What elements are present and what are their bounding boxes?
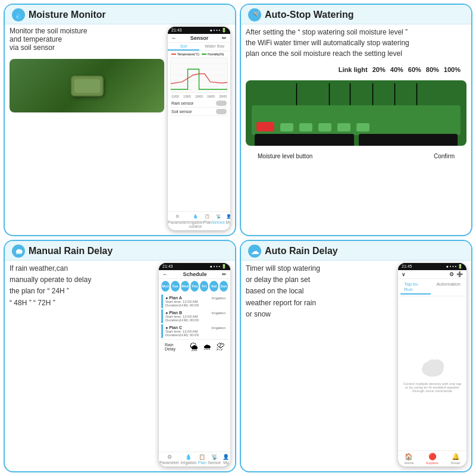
tab-taptorun[interactable]: Tap-to-Run <box>400 280 431 295</box>
manual-phone-frame: 21:43 ● ▪ ▪ ▪ 🔋 ← Schedule ✏ Mon Tue <box>159 263 230 466</box>
day-thu[interactable]: Thu <box>190 281 199 292</box>
moisture-desc: Monitor the soil moisture and temperatur… <box>10 27 164 52</box>
chart-legend: Temperature(°C) Humidity(%) <box>170 52 228 56</box>
autostop-icon: 🚿 <box>248 8 261 21</box>
pct-100: 100% <box>444 66 461 73</box>
manual-screen: ← Schedule ✏ Mon Tue Wed Thu Fri Sat <box>159 270 230 466</box>
bottom-param2[interactable]: ⚙ Parameter <box>159 454 179 465</box>
moisture-title: Moisture Monitor <box>29 10 106 20</box>
soil-device-image <box>10 59 164 112</box>
manual-rain-card: 🌧 Manual Rain Delay If rain weather,can … <box>4 240 236 472</box>
rain-sensor-toggle[interactable] <box>216 101 227 106</box>
auto-desc: Timer will stop watering or delay the pl… <box>246 263 394 466</box>
manual-icon: 🌧 <box>12 245 25 258</box>
pct-20: 20% <box>372 66 386 73</box>
manual-topbar: ← Schedule ✏ <box>159 270 230 279</box>
chart-labels: 11/03 13/03 16/03 19/03 20/03 <box>170 95 228 98</box>
moisture-phone: 21:43 ● ▪ ▪ ▪ 🔋 ← Sensor ✏ Soil Water fl… <box>168 27 230 230</box>
autostop-title: Auto-Stop Watering <box>265 10 354 20</box>
auto-icon: ☁ <box>248 245 261 258</box>
phone-topbar: ← Sensor ✏ <box>168 34 230 43</box>
pct-80: 80% <box>426 66 439 73</box>
main-grid: 💧 Moisture Monitor Monitor the soil mois… <box>0 0 476 476</box>
statusbar: 21:43 ● ▪ ▪ ▪ 🔋 <box>168 27 230 34</box>
bottom-sensor2[interactable]: 📡 Sensor <box>208 454 221 465</box>
moisture-header: 💧 Moisture Monitor <box>5 5 235 24</box>
auto-statusbar: 21:45 ● ▪ ▪ ▪ 🔋 <box>398 263 466 270</box>
bottom-my[interactable]: 👤 My <box>225 214 230 228</box>
day-tue[interactable]: Tue <box>171 281 179 292</box>
manual-desc: If rain weather,can manually operate to … <box>10 263 155 466</box>
moisture-level-btn-label: Moisture level button <box>258 153 312 159</box>
bottom-parameter[interactable]: ⚙ Parameter <box>168 214 187 228</box>
bottom-irr2[interactable]: 💧 Irrigation <box>180 454 196 465</box>
bottom-plan[interactable]: 📋 Plan <box>203 214 212 228</box>
moisture-left: Monitor the soil moisture and temperatur… <box>10 27 164 230</box>
soil-box <box>71 76 104 96</box>
auto-body: Timer will stop watering or delay the pl… <box>241 261 471 471</box>
autostop-desc: After setting the “ stop watering soil m… <box>246 27 466 59</box>
auto-tabs: Tap-to-Run Automation <box>398 279 466 296</box>
moisture-body: Monitor the soil moisture and temperatur… <box>5 24 235 235</box>
manual-body: If rain weather,can manually operate to … <box>5 261 235 471</box>
manual-phone: 21:43 ● ▪ ▪ ▪ 🔋 ← Schedule ✏ Mon Tue <box>159 263 230 466</box>
bottom-plan2[interactable]: 📋 Plan <box>198 454 206 465</box>
tab-soil[interactable]: Soil <box>168 43 199 51</box>
auto-phone: 21:45 ● ▪ ▪ ▪ 🔋 ∨ ⚙ ➕ <box>398 263 466 466</box>
plan-b: ● Plan B Irrigation Start time: 12:00 AM… <box>161 309 228 323</box>
auto-phone-frame: 21:45 ● ▪ ▪ ▪ 🔋 ∨ ⚙ ➕ <box>398 263 466 466</box>
rain-icon-72[interactable]: ⛈ <box>216 342 224 352</box>
plan-a: ● Plan A Irrigation Start time: 12:00 AM… <box>161 295 228 308</box>
sensor-bottom-labels: Moisture level button Confirm <box>246 152 466 161</box>
pct-labels-row: Link light 20% 40% 60% 80% 100% <box>246 66 466 74</box>
auto-screen: ∨ ⚙ ➕ Tap-to-Run Automation <box>398 270 466 466</box>
phone-frame: 21:43 ● ▪ ▪ ▪ 🔋 ← Sensor ✏ Soil Water fl… <box>168 27 230 230</box>
manual-content: ● Plan A Irrigation Start time: 12:00 AM… <box>159 293 230 452</box>
rain-icon-48[interactable]: 🌧 <box>203 342 211 352</box>
svg-point-14 <box>427 359 439 371</box>
moisture-icon: 💧 <box>12 8 25 21</box>
auto-bottom-smart[interactable]: 🔔 Smart <box>451 453 461 465</box>
day-sat[interactable]: Sat <box>209 281 218 292</box>
soil-sensor-toggle[interactable] <box>216 109 227 114</box>
sensor-image <box>246 80 466 146</box>
pct-40: 40% <box>390 66 403 73</box>
rain-icon-24[interactable]: 🌦 <box>190 342 198 352</box>
auto-header: ☁ Auto Rain Delay <box>241 241 471 261</box>
auto-bottom-explore[interactable]: 🔴 Explore <box>426 453 438 465</box>
auto-bottombar: 🏠 Home 🔴 Explore 🔔 Smart <box>398 450 466 466</box>
day-wed[interactable]: Wed <box>181 281 189 292</box>
legend-temp: Temperature(°C) <box>171 52 199 56</box>
rain-sensor-row: Rain sensor <box>170 99 228 108</box>
bottom-sensor[interactable]: 📡 Sensor <box>212 214 225 228</box>
phone-screen: ← Sensor ✏ Soil Water flow <box>168 34 230 230</box>
phone-tabs: Soil Water flow <box>168 43 230 51</box>
confirm-label: Confirm <box>434 153 455 159</box>
plan-c: ● Plan C Irrigation Start time: 12:00 AM… <box>161 324 228 338</box>
manual-bottombar: ⚙ Parameter 💧 Irrigation 📋 Plan <box>159 452 230 466</box>
moisture-monitor-card: 💧 Moisture Monitor Monitor the soil mois… <box>4 4 236 236</box>
autostop-body: After setting the “ stop watering soil m… <box>241 24 471 235</box>
pct-60: 60% <box>408 66 421 73</box>
day-mon[interactable]: Mon <box>161 281 170 292</box>
manual-statusbar: 21:43 ● ▪ ▪ ▪ 🔋 <box>159 263 230 270</box>
autostop-card: 🚿 Auto-Stop Watering After setting the “… <box>240 4 472 236</box>
cloud-area: Control multiple devices with one tap or… <box>398 296 466 450</box>
tab-automation[interactable]: Automation <box>433 280 464 295</box>
legend-humidity: Humidity(%) <box>202 52 224 56</box>
chart-area <box>170 57 228 93</box>
rain-delay-row: Rain Delay 🌦 🌧 ⛈ <box>161 339 228 354</box>
bottom-my2[interactable]: 👤 My <box>223 454 230 465</box>
day-row: Mon Tue Wed Thu Fri Sat Sun <box>159 279 230 293</box>
auto-title: Auto Rain Delay <box>265 246 338 256</box>
soil-sensor-row: Soil sensor <box>170 108 228 116</box>
pct-link-light: Link light <box>339 66 368 73</box>
auto-topbar: ∨ ⚙ ➕ <box>398 270 466 279</box>
day-sun[interactable]: Sun <box>220 281 228 292</box>
tab-waterflow[interactable]: Water flow <box>199 43 231 51</box>
bottom-irrigation[interactable]: 💧 Irrigation control <box>187 214 203 228</box>
manual-title: Manual Rain Delay <box>29 246 112 256</box>
day-fri[interactable]: Fri <box>200 281 208 292</box>
auto-bottom-home[interactable]: 🏠 Home <box>404 453 414 465</box>
auto-rain-card: ☁ Auto Rain Delay Timer will stop wateri… <box>240 240 472 472</box>
